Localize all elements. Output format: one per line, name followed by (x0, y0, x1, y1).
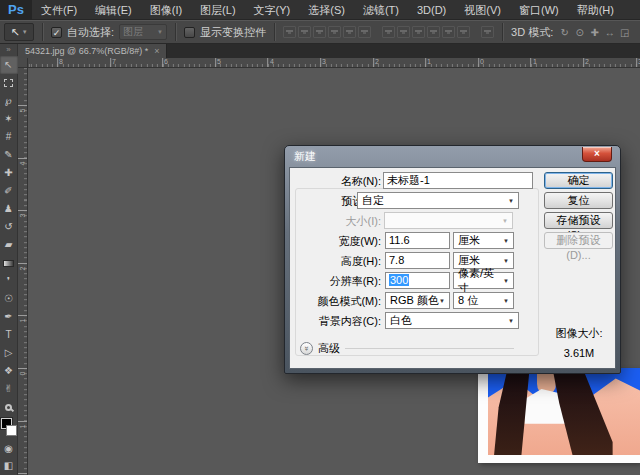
align-bottom-edges-icon[interactable] (313, 26, 326, 38)
menu-item[interactable]: 文件(F) (32, 0, 86, 20)
move-tool-icon: ↖ (4, 60, 12, 70)
menu-item[interactable]: 视图(V) (455, 0, 510, 20)
custom-shape-tool-icon: ❖ (4, 366, 13, 376)
dialog-close-button[interactable]: × (582, 147, 612, 162)
blur-tool[interactable]: ❜ (0, 272, 18, 290)
menu-item[interactable]: 文字(Y) (245, 0, 300, 20)
h-ruler-label: 2 (375, 58, 379, 65)
align-left-edges-icon[interactable] (328, 26, 341, 38)
ruler-corner (18, 58, 28, 68)
distribute-right-edges-icon[interactable] (457, 26, 470, 38)
gradient-tool[interactable] (0, 254, 18, 272)
brush-tool[interactable]: ✐ (0, 182, 18, 200)
pen-tool[interactable]: ✒ (0, 308, 18, 326)
quick-mask-button[interactable]: ◉ (0, 441, 18, 458)
menu-item[interactable]: 帮助(H) (568, 0, 623, 20)
menu-item[interactable]: 选择(S) (299, 0, 354, 20)
menu-item[interactable]: 3D(D) (408, 0, 455, 20)
resolution-label: 分辨率(R): (290, 274, 381, 289)
move-tool[interactable]: ↖ (0, 56, 18, 74)
type-tool[interactable]: T (0, 326, 18, 344)
distribute-top-edges-icon[interactable] (382, 26, 395, 38)
current-tool-preview[interactable]: ↖ ▼ (4, 23, 34, 41)
zoom-tool[interactable] (0, 398, 18, 416)
spot-healing-brush-tool[interactable]: ✚ (0, 164, 18, 182)
menu-item[interactable]: 滤镜(T) (354, 0, 408, 20)
photoshop-logo: Ps (0, 0, 32, 20)
chevron-down-icon: ▼ (503, 238, 509, 244)
collapse-panel-icon[interactable]: » (0, 44, 17, 56)
auto-select-target-dropdown[interactable]: 图层 ▼ (119, 24, 167, 40)
align-horizontal-centers-icon[interactable] (343, 26, 356, 38)
3d-rotate-icon[interactable]: ↻ (558, 27, 571, 38)
auto-select-checkbox[interactable]: ✓ (51, 27, 62, 38)
chevron-down-icon: ▼ (502, 218, 508, 224)
auto-align-layers-icon[interactable] (481, 26, 494, 38)
3d-roll-icon[interactable]: ⊙ (573, 27, 586, 38)
hand-tool[interactable]: ✌ (0, 380, 18, 398)
3d-drag-icon[interactable]: ✚ (588, 27, 601, 38)
menu-bar-items: 文件(F)编辑(E)图像(I)图层(L)文字(Y)选择(S)滤镜(T)3D(D)… (32, 0, 623, 20)
auto-select-label: 自动选择: (67, 25, 114, 40)
resolution-unit-select[interactable]: 像素/英寸 ▼ (453, 272, 514, 289)
align-right-edges-icon[interactable] (358, 26, 371, 38)
dodge-tool-icon: ☉ (4, 294, 13, 304)
h-ruler-label: 8 (59, 58, 63, 65)
image-size-label: 图像大小: (544, 326, 614, 341)
path-selection-tool[interactable]: ▷ (0, 344, 18, 362)
resolution-input[interactable]: 300 (385, 272, 450, 289)
brush-tool-icon: ✐ (4, 186, 12, 196)
vertical-ruler[interactable]: 5432101 (18, 68, 28, 475)
advanced-expander-button[interactable]: » (300, 342, 313, 355)
rectangular-marquee-tool[interactable] (0, 74, 18, 92)
history-brush-tool[interactable]: ↺ (0, 218, 18, 236)
menu-item[interactable]: 图像(I) (141, 0, 191, 20)
new-document-dialog: 新建 × 名称(N): 预设(P): 自定 ▼ 大小(I): ▼ (284, 145, 621, 374)
align-vertical-centers-icon[interactable] (298, 26, 311, 38)
close-tab-icon[interactable]: × (154, 46, 159, 56)
background-select[interactable]: 白色 ▼ (385, 312, 519, 329)
dodge-tool[interactable]: ☉ (0, 290, 18, 308)
clone-stamp-tool[interactable]: ♟ (0, 200, 18, 218)
h-ruler-label: 6 (164, 58, 168, 65)
height-input[interactable]: 7.8 (385, 252, 450, 269)
align-top-edges-icon[interactable] (283, 26, 296, 38)
document-tab-title: 54321.jpg @ 66.7%(RGB/8#) * (25, 46, 148, 56)
document-canvas[interactable] (478, 368, 640, 463)
3d-slide-icon[interactable]: ↔ (603, 27, 616, 38)
ok-button[interactable]: 确定 (544, 172, 613, 189)
quick-selection-tool[interactable]: ✶ (0, 110, 18, 128)
v-ruler-label: 1 (19, 316, 26, 325)
gradient-tool-icon (3, 260, 14, 267)
screen-mode-button[interactable]: ◧ (0, 458, 18, 475)
show-transform-checkbox[interactable] (184, 27, 195, 38)
width-unit-select[interactable]: 厘米 ▼ (453, 232, 514, 249)
save-preset-button[interactable]: 存储预设(S)... (544, 212, 613, 229)
background-color-swatch[interactable] (6, 425, 17, 436)
lasso-tool[interactable]: ℘ (0, 92, 18, 110)
name-label: 名称(N): (290, 174, 381, 189)
eyedropper-tool[interactable]: ✎ (0, 146, 18, 164)
color-mode-select[interactable]: RGB 颜色 ▼ (385, 292, 450, 309)
color-depth-select[interactable]: 8 位 ▼ (453, 292, 514, 309)
menu-item[interactable]: 编辑(E) (86, 0, 141, 20)
3d-scale-icon[interactable]: ◲ (618, 27, 631, 38)
reset-button[interactable]: 复位 (544, 192, 613, 209)
custom-shape-tool[interactable]: ❖ (0, 362, 18, 380)
document-tab[interactable]: 54321.jpg @ 66.7%(RGB/8#) * × (18, 44, 167, 58)
preset-select[interactable]: 自定 ▼ (357, 192, 519, 209)
distribute-left-edges-icon[interactable] (427, 26, 440, 38)
name-input[interactable] (383, 172, 533, 189)
chevron-down-icon: ▼ (503, 258, 509, 264)
eraser-tool[interactable]: ▰ (0, 236, 18, 254)
distribute-horizontal-centers-icon[interactable] (442, 26, 455, 38)
h-ruler-label: 2 (585, 58, 589, 65)
distribute-bottom-edges-icon[interactable] (412, 26, 425, 38)
crop-tool[interactable]: # (0, 128, 18, 146)
width-input[interactable]: 11.6 (385, 232, 450, 249)
distribute-vertical-centers-icon[interactable] (397, 26, 410, 38)
v-ruler-label: 5 (19, 106, 26, 115)
horizontal-ruler[interactable]: 876543210123 (28, 58, 640, 68)
menu-item[interactable]: 图层(L) (191, 0, 244, 20)
menu-item[interactable]: 窗口(W) (510, 0, 568, 20)
